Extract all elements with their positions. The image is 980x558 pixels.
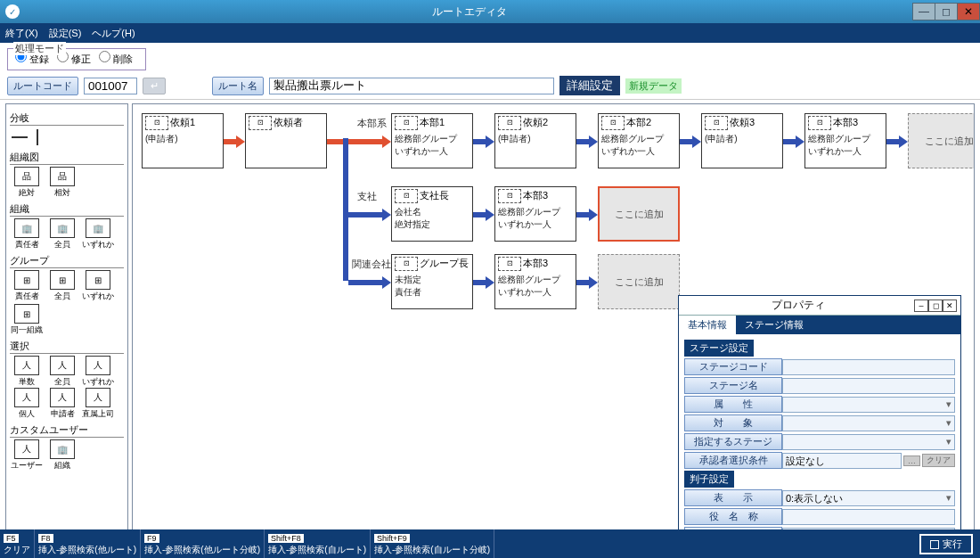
node-title: 本部2 <box>626 117 651 127</box>
titlebar: ✓ ルートエディタ — ◻ ✕ <box>0 0 980 23</box>
palette-item[interactable] <box>10 127 44 147</box>
node-subtitle: 総務部グループいずれか一人 <box>498 206 573 231</box>
palette-item[interactable]: ⊞責任者 <box>10 270 44 302</box>
palette-item[interactable]: 🏢全員 <box>45 218 79 250</box>
palette-item[interactable]: 🏢組織 <box>45 439 79 472</box>
palette-item[interactable]: 人ユーザー <box>10 439 44 472</box>
canvas[interactable]: ここに追加⊡本部3総務部グループいずれか一人⊡グループ長未指定責任者関連会社ここ… <box>132 103 975 547</box>
flow-node[interactable]: ⊡本部1総務部グループいずれか一人 <box>391 113 473 168</box>
palette-item[interactable]: 人申請者 <box>45 388 79 420</box>
palette-item-label: 絶対 <box>10 187 44 199</box>
usr-icon: 人 <box>50 356 75 375</box>
palette-item[interactable]: 品相対 <box>45 167 79 199</box>
footer-shortcut-button[interactable]: F8挿入-参照検索(他ルート) <box>35 529 141 558</box>
palette-item[interactable]: 人全員 <box>45 356 79 388</box>
property-browse-button[interactable]: … <box>903 455 920 466</box>
palette-item-label: 相対 <box>45 187 79 199</box>
footer-shortcut-button[interactable]: F5クリア <box>0 529 35 558</box>
palette-item[interactable]: 品絶対 <box>10 167 44 199</box>
property-value-input[interactable] <box>782 509 955 525</box>
footer-shortcut-button[interactable]: Shift+F9挿入-参照検索(自ルート分岐) <box>371 529 494 558</box>
palette-item[interactable]: 人個人 <box>10 388 44 420</box>
prop-max-button[interactable]: ◻ <box>928 300 943 312</box>
node-subtitle: 総務部グループいずれか一人 <box>808 133 883 158</box>
bld-icon: 🏢 <box>50 439 75 459</box>
minimize-button[interactable]: — <box>912 3 935 21</box>
palette-item[interactable]: 🏢責任者 <box>10 218 44 250</box>
mode-delete[interactable]: 削除 <box>99 53 133 64</box>
mode-legend: 処理モード <box>13 42 66 55</box>
flow-node[interactable]: ⊡本部3総務部グループいずれか一人 <box>494 254 576 309</box>
palette-item-label: 責任者 <box>10 239 44 250</box>
palette-item-label: 全員 <box>45 239 79 250</box>
tab-stage[interactable]: ステージ情報 <box>736 316 813 334</box>
palette-item-label: 申請者 <box>45 408 79 420</box>
prop-min-button[interactable]: – <box>914 300 928 312</box>
palette-item-label: 組織 <box>45 460 79 472</box>
add-node-placeholder[interactable]: ここに追加 <box>598 254 680 309</box>
flow-node[interactable]: ⊡依頼1(申請者) <box>142 113 224 168</box>
flow-node[interactable]: ⊡本部3総務部グループいずれか一人 <box>804 113 886 168</box>
prop-close-button[interactable]: ✕ <box>943 300 957 312</box>
palette-item[interactable]: ⊞全員 <box>45 270 79 302</box>
property-value-input[interactable]: ▾ <box>782 415 955 431</box>
property-value-input[interactable] <box>782 359 955 375</box>
grp-icon: ⊞ <box>14 304 39 324</box>
flow-arrow <box>576 211 598 218</box>
flow-arrow <box>473 138 494 145</box>
node-subtitle: (申請者) <box>145 133 220 145</box>
add-node-placeholder[interactable]: ここに追加 <box>598 186 680 242</box>
bld-icon: 🏢 <box>50 218 75 238</box>
flow-node[interactable]: ⊡グループ長未指定責任者 <box>391 254 473 309</box>
property-row: ステージ名 <box>684 377 955 394</box>
flow-arrow <box>473 211 494 218</box>
route-name-input[interactable] <box>269 78 554 94</box>
flow-arrow <box>348 138 391 145</box>
flow-arrow <box>886 138 908 145</box>
toolbar: 処理モード 登録 修正 削除 ルートコード ↵ ルート名 詳細設定 新規データ <box>0 43 980 100</box>
property-label: ステージコード <box>684 358 782 375</box>
menu-exit[interactable]: 終了(X) <box>5 27 38 40</box>
flow-node[interactable]: ⊡依頼2(申請者) <box>494 113 576 168</box>
flow-node[interactable]: ⊡本部3総務部グループいずれか一人 <box>494 186 576 242</box>
property-value-input[interactable]: 0:表示しない ▾ <box>782 490 955 506</box>
detail-settings-button[interactable]: 詳細設定 <box>559 76 620 95</box>
palette-item[interactable]: 人単数 <box>10 356 44 388</box>
node-subtitle: (申請者) <box>498 133 573 145</box>
property-value-input[interactable]: ▾ <box>782 434 955 450</box>
org-icon: 品 <box>50 167 75 186</box>
add-node-placeholder[interactable]: ここに追加 <box>908 113 975 168</box>
menu-help[interactable]: ヘルプ(H) <box>92 27 135 40</box>
tab-basic[interactable]: 基本情報 <box>679 316 736 334</box>
palette-item[interactable]: 🏢いずれか <box>81 218 115 250</box>
palette-item[interactable]: 人いずれか <box>81 356 115 388</box>
property-value-input[interactable] <box>782 378 955 394</box>
route-code-label: ルートコード <box>7 77 78 95</box>
node-icon: ⊡ <box>395 189 418 203</box>
palette-item[interactable]: 人直属上司 <box>81 388 115 420</box>
maximize-button[interactable]: ◻ <box>935 3 958 21</box>
run-button[interactable]: 実行 <box>919 534 973 554</box>
node-title: 本部3 <box>833 117 858 127</box>
flow-node[interactable]: ⊡本部2総務部グループいずれか一人 <box>598 113 680 168</box>
palette-item-label: 個人 <box>10 408 44 420</box>
palette-item[interactable]: ⊞いずれか <box>81 270 115 302</box>
palette-item-label: 直属上司 <box>81 408 115 420</box>
menu-settings[interactable]: 設定(S) <box>49 27 82 40</box>
node-subtitle: 総務部グループいずれか一人 <box>601 133 676 158</box>
flow-node[interactable]: ⊡依頼3(申請者) <box>701 113 783 168</box>
footer-shortcut-button[interactable]: Shift+F8挿入-参照検索(自ルート) <box>265 529 371 558</box>
route-code-go-button[interactable]: ↵ <box>143 78 166 94</box>
route-code-input[interactable] <box>84 78 137 94</box>
palette-item[interactable]: ⊞同一組織 <box>10 304 44 336</box>
footer-shortcut-button[interactable]: F9挿入-参照検索(他ルート分岐) <box>141 529 265 558</box>
property-value-input[interactable]: ▾ <box>782 397 955 413</box>
close-button[interactable]: ✕ <box>957 3 980 21</box>
node-title: グループ長 <box>420 258 469 268</box>
property-clear-button[interactable]: クリア <box>922 454 955 467</box>
flow-node[interactable]: ⊡支社長会社名絶対指定 <box>391 186 473 242</box>
flow-node[interactable]: ⊡依頼者 <box>245 113 327 168</box>
property-panel: プロパティ – ◻ ✕ 基本情報 ステージ情報 ステージ設定ステージコードステー… <box>678 295 961 534</box>
property-value-input[interactable]: 設定なし <box>782 453 902 469</box>
node-title: 本部3 <box>523 258 548 268</box>
